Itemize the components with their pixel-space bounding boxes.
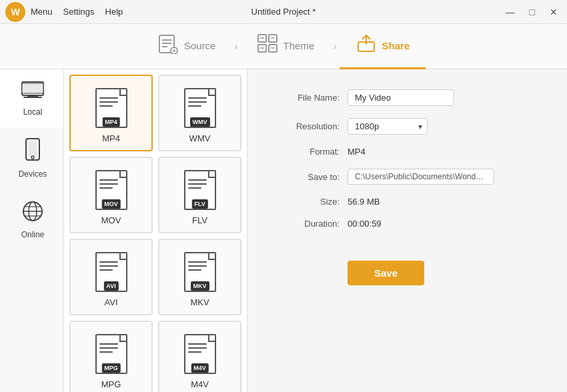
wmv-label: WMV xyxy=(189,133,211,143)
mpg-label: MPG xyxy=(101,379,121,389)
save-to-row: Save to: xyxy=(274,169,540,185)
resolution-select-wrap: 720p 1080p 4K ▾ xyxy=(348,118,428,135)
save-button[interactable]: Save xyxy=(348,261,424,285)
file-name-row: File Name: xyxy=(274,89,540,106)
format-item-mpg[interactable]: MPG MPG xyxy=(69,321,153,392)
avi-icon: AVI xyxy=(93,251,130,293)
source-tab-label: Source xyxy=(184,40,216,51)
flv-badge: FLV xyxy=(191,199,207,209)
mov-icon: MOV xyxy=(93,169,130,211)
size-row: Size: 56.9 MB xyxy=(274,197,540,207)
menu-item-settings[interactable]: Settings xyxy=(63,7,95,17)
mkv-icon: MKV xyxy=(181,251,219,293)
mpg-icon: MPG xyxy=(93,333,130,375)
m4v-badge: M4V xyxy=(191,363,209,373)
nav-tabs: Source › Theme › xyxy=(0,24,567,69)
sidebar-item-devices[interactable]: Devices xyxy=(0,127,63,189)
resolution-select[interactable]: 720p 1080p 4K xyxy=(348,118,428,135)
arrow-1: › xyxy=(234,41,237,53)
format-value: MP4 xyxy=(348,147,366,157)
resolution-row: Resolution: 720p 1080p 4K ▾ xyxy=(274,118,540,135)
local-icon xyxy=(21,80,45,105)
flv-icon: FLV xyxy=(181,169,219,211)
format-grid: MP4 MP4 WMV xyxy=(69,75,241,392)
svg-rect-18 xyxy=(22,83,43,93)
duration-value: 00:00:59 xyxy=(348,219,382,229)
format-item-mp4[interactable]: MP4 MP4 xyxy=(69,75,153,151)
maximize-button[interactable]: □ xyxy=(526,5,539,19)
arrow-2: › xyxy=(333,41,336,53)
settings-panel: File Name: Resolution: 720p 1080p 4K ▾ F… xyxy=(247,69,567,392)
mp4-badge: MP4 xyxy=(102,117,120,127)
minimize-button[interactable]: — xyxy=(502,5,519,19)
duration-label: Duration: xyxy=(274,219,348,229)
titlebar: W Menu Settings Help Untitled Project * … xyxy=(0,0,567,24)
file-name-label: File Name: xyxy=(274,93,348,103)
mov-label: MOV xyxy=(101,215,121,225)
local-label: Local xyxy=(23,107,43,117)
tab-share[interactable]: Share xyxy=(340,24,426,69)
online-icon xyxy=(21,200,44,227)
close-button[interactable]: ✕ xyxy=(546,5,562,19)
mp4-icon: MP4 xyxy=(93,87,130,129)
wmv-icon: WMV xyxy=(181,87,219,129)
main-area: Local Devices xyxy=(0,69,567,392)
tab-theme[interactable]: Theme xyxy=(241,24,331,69)
theme-tab-label: Theme xyxy=(284,40,315,51)
format-item-mov[interactable]: MOV MOV xyxy=(69,157,153,233)
mkv-label: MKV xyxy=(190,297,209,307)
svg-point-23 xyxy=(31,156,34,159)
share-tab-icon xyxy=(356,33,377,59)
menu-item-help[interactable]: Help xyxy=(105,7,123,17)
sidebar-item-local[interactable]: Local xyxy=(0,69,63,127)
size-value: 56.9 MB xyxy=(348,197,380,207)
menu-bar: Menu Settings Help xyxy=(31,7,123,17)
m4v-label: M4V xyxy=(191,379,209,389)
app-logo: W xyxy=(5,2,25,22)
flv-label: FLV xyxy=(192,215,207,225)
format-panel: MP4 MP4 WMV xyxy=(64,69,247,392)
duration-row: Duration: 00:00:59 xyxy=(274,219,540,229)
mp4-label: MP4 xyxy=(102,133,120,143)
format-item-avi[interactable]: AVI AVI xyxy=(69,239,153,315)
m4v-icon: M4V xyxy=(181,333,219,375)
format-scroll[interactable]: MP4 MP4 WMV xyxy=(64,69,247,392)
format-item-flv[interactable]: FLV FLV xyxy=(158,157,241,233)
devices-label: Devices xyxy=(19,169,47,179)
save-to-input[interactable] xyxy=(348,169,494,185)
tab-source[interactable]: Source xyxy=(141,24,232,69)
sidebar-item-online[interactable]: Online xyxy=(0,189,63,250)
online-label: Online xyxy=(21,230,45,239)
devices-icon xyxy=(23,138,42,167)
theme-tab-icon xyxy=(257,33,278,59)
svg-rect-20 xyxy=(23,97,42,98)
mpg-badge: MPG xyxy=(101,363,121,373)
window-title: Untitled Project * xyxy=(251,7,316,17)
logo-letter: W xyxy=(11,7,19,17)
avi-badge: AVI xyxy=(103,281,118,291)
menu-item-menu[interactable]: Menu xyxy=(31,7,53,17)
mov-badge: MOV xyxy=(101,199,121,209)
avi-label: AVI xyxy=(105,297,118,307)
format-item-m4v[interactable]: M4V M4V xyxy=(158,321,241,392)
share-tab-label: Share xyxy=(382,40,410,51)
mkv-badge: MKV xyxy=(191,281,209,291)
window-controls: — □ ✕ xyxy=(502,5,562,19)
format-label: Format: xyxy=(274,147,348,157)
svg-rect-22 xyxy=(29,141,37,156)
format-item-mkv[interactable]: MKV MKV xyxy=(158,239,241,315)
format-item-wmv[interactable]: WMV WMV xyxy=(158,75,241,151)
source-tab-icon xyxy=(157,33,179,59)
file-name-input[interactable] xyxy=(348,89,454,106)
save-to-label: Save to: xyxy=(274,172,348,182)
size-label: Size: xyxy=(274,197,348,207)
format-row: Format: MP4 xyxy=(274,147,540,157)
resolution-label: Resolution: xyxy=(274,121,348,131)
wmv-badge: WMV xyxy=(190,117,210,127)
sidebar: Local Devices xyxy=(0,69,64,392)
